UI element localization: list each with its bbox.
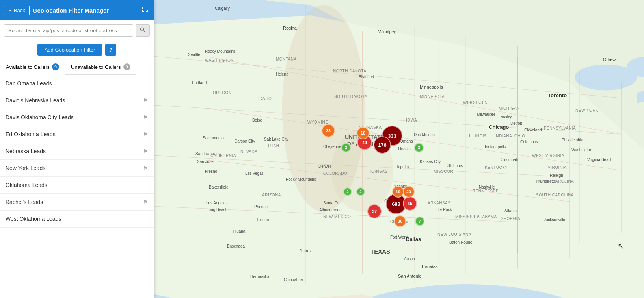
- flag-icon-davids-nebraska: ⚑: [143, 97, 148, 104]
- cluster-c6[interactable]: 37: [367, 204, 382, 218]
- header: Back Geolocation Filter Manager: [0, 0, 154, 20]
- add-filter-row: Add Geolocation Filter ?: [0, 41, 154, 59]
- list-item-dan-omaha[interactable]: Dan Omaha Leads: [0, 75, 154, 92]
- flag-icon-new-york: ⚑: [143, 165, 148, 171]
- cluster-c12[interactable]: 3: [341, 143, 351, 152]
- tab-available-to-callers[interactable]: Available to Callers 9: [0, 59, 65, 75]
- tab-unavailable-badge: 0: [123, 63, 130, 70]
- tab-available-label: Available to Callers: [6, 64, 50, 70]
- list-item-oklahoma[interactable]: Oklahoma Leads: [0, 177, 154, 194]
- flag-icon-nebraska: ⚑: [143, 148, 148, 154]
- list-item-davids-nebraska[interactable]: David's Nebraska Leads⚑: [0, 92, 154, 109]
- expand-button[interactable]: [140, 5, 150, 16]
- list-item-label-oklahoma: Oklahoma Leads: [6, 182, 148, 188]
- cluster-c11[interactable]: 30: [394, 215, 406, 227]
- tabs: Available to Callers 9 Unavailable to Ca…: [0, 59, 154, 75]
- list-item-new-york[interactable]: New York Leads⚑: [0, 160, 154, 177]
- search-area: [0, 20, 154, 41]
- tab-unavailable-label: Unavailable to Callers: [71, 64, 121, 70]
- list-item-label-west-oklahoma: West Oklahoma Leads: [6, 216, 148, 222]
- list-item-label-new-york: New York Leads: [6, 165, 143, 171]
- search-button[interactable]: [136, 24, 150, 37]
- add-geolocation-filter-button[interactable]: Add Geolocation Filter: [37, 44, 102, 56]
- list-item-davis-oklahoma[interactable]: Davis Oklahoma City Leads⚑: [0, 109, 154, 126]
- list-item-label-dan-omaha: Dan Omaha Leads: [6, 80, 148, 87]
- list-item-west-oklahoma[interactable]: West Oklahoma Leads: [0, 211, 154, 228]
- sidebar: Back Geolocation Filter Manager Add Geol…: [0, 0, 154, 298]
- flag-icon-davis-oklahoma: ⚑: [143, 114, 148, 120]
- list-item-label-davids-nebraska: David's Nebraska Leads: [6, 97, 143, 104]
- flag-icon-rachels: ⚑: [143, 199, 148, 205]
- back-button[interactable]: Back: [4, 6, 30, 15]
- svg-line-27: [143, 31, 145, 33]
- flag-icon-ed-oklahoma: ⚑: [143, 131, 148, 137]
- list-item-label-rachels: Rachel's Leads: [6, 199, 143, 205]
- cluster-c5[interactable]: 65: [403, 196, 417, 211]
- list-item-label-nebraska: Nebraska Leads: [6, 148, 143, 154]
- tab-available-badge: 9: [52, 63, 59, 70]
- filter-list: Dan Omaha LeadsDavid's Nebraska Leads⚑Da…: [0, 75, 154, 298]
- search-input[interactable]: [4, 24, 133, 37]
- cluster-c8[interactable]: 18: [357, 127, 369, 139]
- list-item-label-ed-oklahoma: Ed Oklahoma Leads: [6, 131, 143, 137]
- cluster-c14[interactable]: 7: [415, 217, 424, 226]
- cluster-c15[interactable]: 2: [343, 187, 352, 196]
- cluster-c2[interactable]: 176: [374, 136, 391, 154]
- svg-point-26: [141, 28, 144, 31]
- list-item-ed-oklahoma[interactable]: Ed Oklahoma Leads⚑: [0, 126, 154, 143]
- cluster-c7[interactable]: 33: [322, 124, 335, 137]
- cluster-c16[interactable]: 2: [356, 187, 365, 196]
- list-item-nebraska[interactable]: Nebraska Leads⚑: [0, 143, 154, 160]
- list-item-rachels[interactable]: Rachel's Leads⚑: [0, 194, 154, 211]
- cluster-c9[interactable]: 20: [403, 186, 415, 198]
- header-title: Geolocation Filter Manager: [33, 7, 136, 14]
- tab-unavailable-to-callers[interactable]: Unavailable to Callers 0: [65, 59, 136, 75]
- cluster-c10[interactable]: 19: [392, 186, 404, 198]
- list-item-label-davis-oklahoma: Davis Oklahoma City Leads: [6, 114, 143, 120]
- help-button[interactable]: ?: [105, 44, 116, 56]
- cluster-c13[interactable]: 3: [414, 143, 424, 152]
